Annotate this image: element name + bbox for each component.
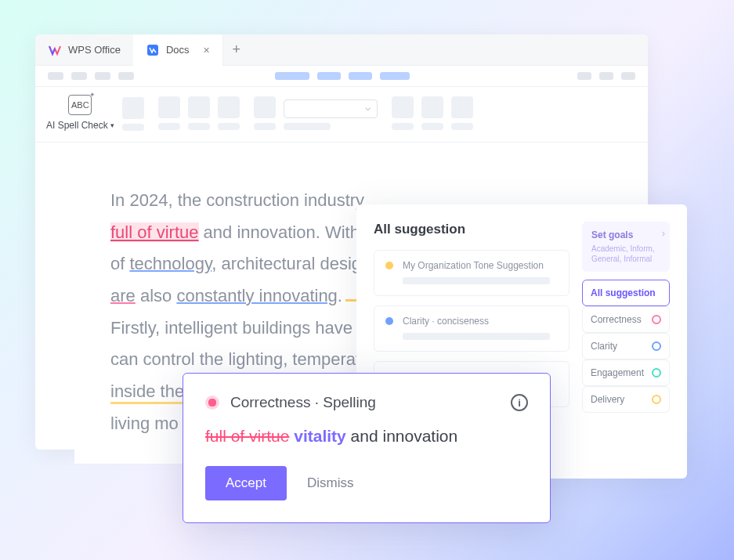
clarity-underline[interactable]: technology (129, 254, 212, 273)
correction-text: full of virtue vitality and innovation (205, 427, 528, 446)
style-underline[interactable]: inside the (110, 381, 184, 404)
clarity-underline[interactable]: constantly innovating (176, 286, 337, 305)
grammar-underline[interactable]: are (110, 286, 136, 305)
suggestion-card[interactable]: Clarity · conciseness (374, 305, 569, 352)
ribbon-button[interactable] (122, 97, 144, 119)
filter-ring-icon (652, 368, 661, 378)
ai-spell-check-button[interactable]: ABC AI Spell Check▾ (46, 95, 114, 131)
context-text: and innovation (351, 427, 458, 445)
menu-item[interactable] (599, 72, 613, 80)
menu-item[interactable] (118, 72, 134, 80)
menu-item-active[interactable] (275, 72, 309, 80)
menu-item[interactable] (317, 72, 341, 80)
menu-item[interactable] (577, 72, 591, 80)
filter-correctness[interactable]: Correctness (582, 306, 670, 333)
filter-label: Delivery (591, 394, 624, 405)
chevron-right-icon: › (662, 228, 665, 239)
accept-button[interactable]: Accept (205, 466, 287, 500)
filter-ring-icon (652, 315, 661, 324)
suggestion-title: My Organization Tone Suggestion (403, 260, 558, 271)
menu-item[interactable] (95, 72, 110, 80)
filter-label: Clarity (591, 341, 617, 352)
doc-text: In 2024, the construction industry (110, 190, 364, 210)
spellcheck-icon: ABC (68, 95, 92, 115)
menu-bar (35, 66, 648, 87)
original-text: full of virtue (205, 427, 289, 445)
chevron-down-icon: ▾ (110, 121, 114, 129)
menu-item[interactable] (349, 72, 372, 80)
suggestion-title: Clarity · conciseness (403, 316, 558, 327)
filter-label: All suggestion (591, 287, 656, 298)
filter-all-suggestion[interactable]: All suggestion (582, 280, 670, 306)
info-icon[interactable]: i (511, 394, 528, 411)
filter-clarity[interactable]: Clarity (582, 333, 670, 359)
ribbon-button[interactable] (421, 96, 443, 118)
suggestion-dot-icon (385, 262, 393, 269)
ribbon: ABC AI Spell Check▾ (35, 87, 648, 143)
ai-label: AI Spell Check (46, 120, 108, 131)
ribbon-button[interactable] (188, 96, 210, 118)
replacement-text: vitality (294, 427, 346, 445)
menu-item[interactable] (48, 72, 63, 80)
filter-engagement[interactable]: Engagement (582, 359, 670, 386)
font-select[interactable] (284, 99, 378, 118)
panel-title: All suggestion (374, 222, 569, 237)
ribbon-button[interactable] (392, 96, 414, 118)
dismiss-button[interactable]: Dismiss (307, 475, 354, 491)
menu-item[interactable] (621, 72, 635, 80)
filter-label: Correctness (591, 314, 642, 325)
goals-subtitle: Academic, Inform, General, Informal (591, 244, 660, 264)
close-icon[interactable]: × (204, 44, 210, 56)
filter-delivery[interactable]: Delivery (582, 386, 670, 413)
ribbon-group-ai: ABC AI Spell Check▾ (46, 95, 144, 131)
filter-ring-icon (652, 341, 661, 351)
ribbon-button[interactable] (218, 96, 240, 118)
menu-item[interactable] (71, 72, 87, 80)
suggestion-preview (403, 333, 550, 340)
ribbon-button[interactable] (451, 96, 473, 118)
tab-bar: WPS Office Docs × + (35, 34, 648, 66)
docs-icon (146, 43, 160, 57)
new-tab-button[interactable]: + (223, 42, 250, 58)
filter-ring-icon (652, 395, 661, 404)
wps-logo-icon (48, 43, 62, 57)
ribbon-button[interactable] (254, 96, 276, 118)
tab-app[interactable]: WPS Office (35, 34, 133, 66)
set-goals-button[interactable]: Set goals Academic, Inform, General, Inf… (582, 222, 670, 272)
tab-app-label: WPS Office (68, 44, 121, 56)
tab-doc[interactable]: Docs × (133, 34, 223, 66)
suggestion-card[interactable]: My Organization Tone Suggestion (374, 250, 569, 296)
correction-card: Correctness · Spelling i full of virtue … (183, 373, 551, 523)
ribbon-button[interactable] (158, 96, 180, 118)
suggestion-preview (403, 277, 550, 284)
filter-label: Engagement (591, 367, 644, 378)
error-highlight[interactable]: full of virtue (110, 222, 199, 242)
correction-category: Correctness · Spelling (230, 394, 376, 411)
tab-doc-label: Docs (166, 44, 190, 56)
goals-title: Set goals (591, 229, 660, 240)
correctness-dot-icon (205, 396, 219, 410)
suggestion-dot-icon (385, 317, 393, 325)
menu-item[interactable] (380, 72, 410, 80)
